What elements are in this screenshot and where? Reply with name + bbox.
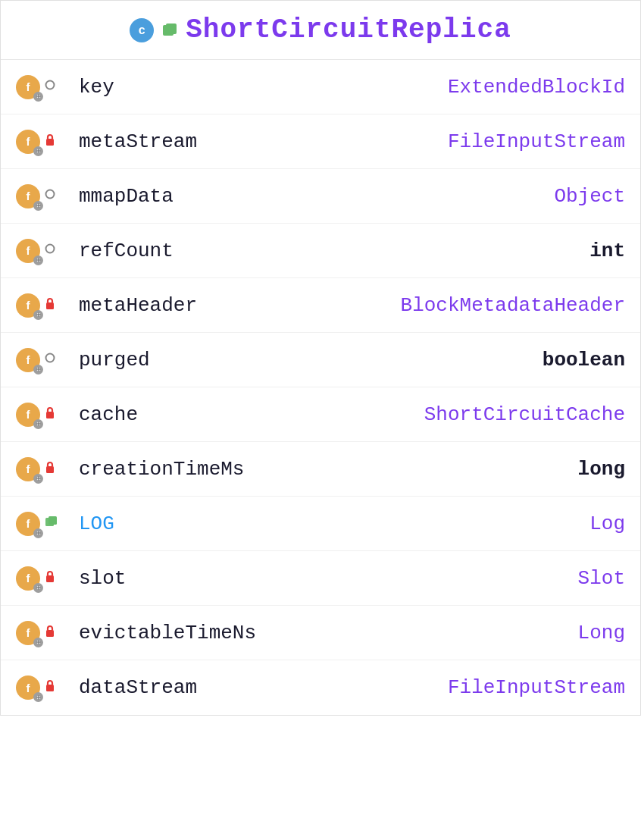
svg-point-17 [46, 245, 55, 253]
field-icon-group: f [16, 457, 73, 481]
table-row: f keyExtendedBlockId [1, 60, 640, 114]
field-name: evictableTimeNs [73, 622, 578, 644]
field-badge: f [16, 239, 40, 263]
svg-rect-9 [46, 139, 54, 146]
field-badge: f [16, 675, 40, 700]
field-icon-group: f [16, 675, 73, 700]
field-type: int [589, 240, 625, 262]
field-icon-group: f [16, 403, 73, 427]
field-type: Slot [578, 567, 625, 590]
field-badge: f [16, 293, 40, 318]
table-row: f mmapDataObject [1, 169, 640, 224]
table-row: f purgedboolean [1, 333, 640, 387]
field-name: key [73, 76, 448, 99]
field-name[interactable]: LOG [73, 512, 589, 535]
field-type: long [578, 458, 625, 481]
field-name: cache [73, 403, 424, 426]
field-icon-group: f [16, 293, 73, 318]
class-badge: c [130, 18, 154, 42]
svg-point-13 [46, 190, 55, 199]
field-badge: f [16, 184, 40, 208]
svg-point-5 [46, 81, 55, 89]
svg-rect-29 [46, 412, 54, 418]
table-row: f cacheShortCircuitCache [1, 387, 640, 442]
field-icon-group: f [16, 239, 73, 263]
svg-point-25 [46, 354, 55, 362]
lock-icon [45, 679, 55, 696]
field-badge: f [16, 512, 40, 536]
table-row: f evictableTimeNsLong [1, 606, 640, 660]
svg-rect-21 [46, 302, 54, 309]
field-badge: f [16, 403, 40, 427]
field-icon-group: f [16, 621, 73, 645]
field-name: refCount [73, 240, 589, 262]
field-type: ShortCircuitCache [424, 403, 625, 426]
field-type: ExtendedBlockId [448, 76, 625, 99]
class-header: c ShortCircuitReplica [1, 1, 640, 60]
field-name: creationTimeMs [73, 458, 578, 481]
field-type: Log [589, 512, 625, 535]
class-title: ShortCircuitReplica [186, 14, 511, 45]
lock-icon [45, 133, 55, 150]
svg-rect-50 [46, 685, 54, 691]
field-name: metaStream [73, 130, 448, 153]
field-icon-group: f [16, 348, 73, 372]
table-row: f refCountint [1, 224, 640, 278]
field-name: mmapData [73, 185, 554, 208]
table-row: f slotSlot [1, 551, 640, 606]
field-type: BlockMetadataHeader [401, 294, 625, 317]
field-name: purged [73, 349, 543, 371]
lock-icon [45, 406, 55, 423]
field-badge: f [16, 566, 40, 591]
field-icon-group: f [16, 184, 73, 208]
visibility-circle-icon [45, 353, 55, 367]
svg-rect-42 [46, 575, 54, 582]
green-module-icon [45, 516, 58, 532]
field-icon-group: f [16, 512, 73, 536]
field-name: dataStream [73, 676, 448, 699]
table-row: f metaHeaderBlockMetadataHeader [1, 278, 640, 333]
fields-list: f keyExtendedBlockIdf metaStreamFileInpu… [1, 60, 640, 715]
lock-icon [45, 461, 55, 478]
table-row: f metaStreamFileInputStream [1, 114, 640, 169]
lock-icon [45, 297, 55, 314]
lock-icon [45, 570, 55, 587]
visibility-circle-icon [45, 189, 55, 203]
field-type: Object [554, 185, 625, 208]
svg-rect-38 [48, 516, 57, 525]
field-badge: f [16, 621, 40, 645]
field-name: slot [73, 567, 578, 590]
field-icon-group: f [16, 566, 73, 591]
lock-icon [45, 625, 55, 641]
field-icon-group: f [16, 130, 73, 154]
table-row: f creationTimeMslong [1, 442, 640, 497]
visibility-circle-icon [45, 80, 55, 94]
field-icon-group: f [16, 75, 73, 99]
field-name: metaHeader [73, 294, 401, 317]
table-row: f dataStreamFileInputStream [1, 660, 640, 715]
svg-rect-46 [46, 630, 54, 637]
field-badge: f [16, 130, 40, 154]
field-badge: f [16, 348, 40, 372]
table-row: f LOGLog [1, 497, 640, 551]
field-badge: f [16, 75, 40, 99]
svg-rect-33 [46, 466, 54, 473]
svg-rect-1 [166, 24, 177, 34]
class-panel: c ShortCircuitReplica f keyExtendedBlock… [0, 0, 641, 716]
field-type: FileInputStream [448, 676, 625, 699]
field-type: FileInputStream [448, 130, 625, 153]
field-type: Long [578, 622, 625, 644]
field-type: boolean [543, 349, 625, 371]
visibility-circle-icon [45, 243, 55, 258]
module-icon [161, 22, 178, 39]
field-badge: f [16, 457, 40, 481]
